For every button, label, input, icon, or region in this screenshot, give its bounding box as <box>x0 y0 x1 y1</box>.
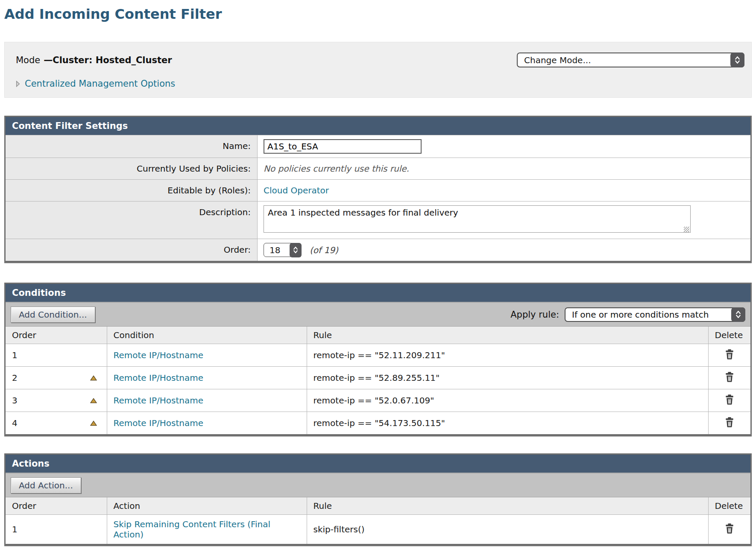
mode-row: Mode—Cluster: Hosted_Cluster Change Mode… <box>16 53 744 67</box>
editable-label: Editable by (Roles): <box>6 180 258 201</box>
delete-action-button[interactable] <box>723 523 736 535</box>
conditions-col-order: Order <box>6 327 107 344</box>
order-select[interactable]: 18 <box>264 243 301 257</box>
action-rule: skip-filters() <box>314 524 365 534</box>
condition-row: 2 Remote IP/Hostname remote-ip == "52.89… <box>6 367 750 389</box>
conditions-toolbar: Add Condition... Apply rule: If one or m… <box>6 302 750 327</box>
condition-rule: remote-ip == "54.173.50.115" <box>314 418 445 428</box>
conditions-panel: Conditions Add Condition... Apply rule: … <box>4 283 752 436</box>
editable-roles-link[interactable]: Cloud Operator <box>264 185 329 196</box>
condition-rule: remote-ip == "52.11.209.211" <box>314 350 445 360</box>
select-stepper-icon <box>730 53 744 67</box>
action-order: 1 <box>12 524 18 534</box>
apply-rule-select-value: If one or more conditions match <box>572 310 709 320</box>
centralized-management-row: Centralized Management Options <box>16 79 744 89</box>
actions-section-header: Actions <box>6 455 750 473</box>
description-label: Description: <box>6 201 258 239</box>
actions-col-rule: Rule <box>307 497 708 515</box>
actions-table: Order Action Rule Delete 1 Skip Remainin… <box>6 497 750 544</box>
policies-value: No policies currently use this rule. <box>264 164 409 174</box>
actions-col-action: Action <box>107 497 307 515</box>
change-mode-select-value: Change Mode... <box>524 55 591 65</box>
actions-header-row: Order Action Rule Delete <box>6 497 750 515</box>
condition-order: 4 <box>12 418 18 428</box>
mode-value: —Cluster: Hosted_Cluster <box>44 55 172 65</box>
delete-condition-button[interactable] <box>723 371 736 383</box>
policies-label: Currently Used by Policies: <box>6 158 258 179</box>
condition-link[interactable]: Remote IP/Hostname <box>114 350 203 360</box>
move-up-icon[interactable] <box>90 421 97 426</box>
settings-row-description: Description: Area 1 inspected messages f… <box>6 201 750 239</box>
settings-section-header: Content Filter Settings <box>6 117 750 135</box>
conditions-header-row: Order Condition Rule Delete <box>6 327 750 344</box>
order-select-value: 18 <box>270 245 280 255</box>
actions-col-order: Order <box>6 497 107 515</box>
name-input[interactable] <box>264 139 422 154</box>
content-filter-settings-panel: Content Filter Settings Name: Currently … <box>4 116 752 263</box>
move-up-icon[interactable] <box>90 398 97 403</box>
description-textarea[interactable]: Area 1 inspected messages for final deli… <box>264 205 691 233</box>
name-label: Name: <box>6 135 258 158</box>
actions-toolbar: Add Action... <box>6 473 750 497</box>
delete-condition-button[interactable] <box>723 348 736 361</box>
select-stepper-icon <box>290 243 302 257</box>
delete-condition-button[interactable] <box>723 394 736 406</box>
condition-order: 2 <box>12 373 18 383</box>
settings-row-policies: Currently Used by Policies: No policies … <box>6 158 750 179</box>
order-label: Order: <box>6 239 258 261</box>
apply-rule-group: Apply rule: If one or more conditions ma… <box>510 307 745 322</box>
condition-link[interactable]: Remote IP/Hostname <box>114 418 203 428</box>
condition-rule: remote-ip == "52.0.67.109" <box>314 395 434 406</box>
condition-order: 3 <box>12 395 18 406</box>
order-total: (of 19) <box>310 245 338 255</box>
settings-row-order: Order: 18 (of 19) <box>6 239 750 261</box>
conditions-table: Order Condition Rule Delete 1 Remote IP/… <box>6 327 750 434</box>
centralized-management-options-link[interactable]: Centralized Management Options <box>25 79 175 89</box>
settings-row-name: Name: <box>6 135 750 158</box>
condition-row: 1 Remote IP/Hostname remote-ip == "52.11… <box>6 344 750 367</box>
move-up-icon[interactable] <box>90 375 97 381</box>
condition-link[interactable]: Remote IP/Hostname <box>114 395 203 406</box>
apply-rule-select[interactable]: If one or more conditions match <box>565 307 745 322</box>
condition-row: 3 Remote IP/Hostname remote-ip == "52.0.… <box>6 389 750 412</box>
apply-rule-label: Apply rule: <box>510 310 559 320</box>
condition-order: 1 <box>12 350 18 360</box>
conditions-col-rule: Rule <box>307 327 708 344</box>
mode-label: Mode <box>16 55 40 65</box>
actions-col-delete: Delete <box>708 497 750 515</box>
change-mode-select[interactable]: Change Mode... <box>517 53 744 67</box>
condition-rule: remote-ip == "52.89.255.11" <box>314 373 440 383</box>
conditions-col-delete: Delete <box>708 327 750 344</box>
add-action-button[interactable]: Add Action... <box>11 477 81 494</box>
mode-text: Mode—Cluster: Hosted_Cluster <box>16 55 172 65</box>
delete-condition-button[interactable] <box>723 416 736 429</box>
condition-row: 4 Remote IP/Hostname remote-ip == "54.17… <box>6 412 750 435</box>
conditions-col-condition: Condition <box>107 327 307 344</box>
select-stepper-icon <box>731 307 745 322</box>
condition-link[interactable]: Remote IP/Hostname <box>114 373 203 383</box>
mode-panel: Mode—Cluster: Hosted_Cluster Change Mode… <box>4 42 752 98</box>
disclosure-triangle-icon[interactable] <box>16 81 20 87</box>
add-condition-button[interactable]: Add Condition... <box>11 307 95 323</box>
action-link[interactable]: Skip Remaining Content Filters (Final Ac… <box>114 519 271 540</box>
settings-row-editable: Editable by (Roles): Cloud Operator <box>6 179 750 201</box>
actions-panel: Actions Add Action... Order Action Rule … <box>4 453 752 546</box>
conditions-section-header: Conditions <box>6 284 750 302</box>
action-row: 1 Skip Remaining Content Filters (Final … <box>6 515 750 544</box>
page-title: Add Incoming Content Filter <box>4 6 756 22</box>
